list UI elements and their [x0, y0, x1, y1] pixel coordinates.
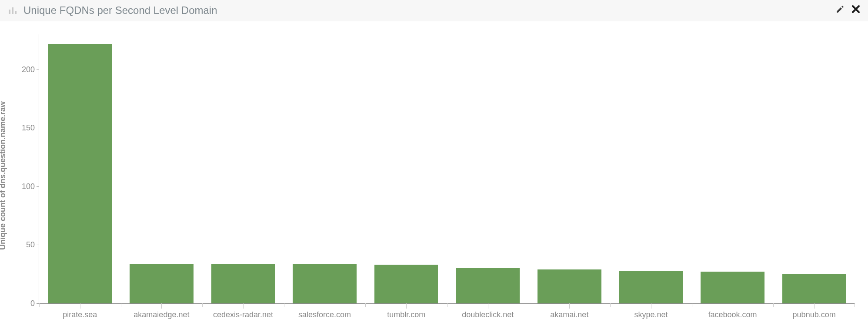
y-tick-mark: [37, 186, 39, 187]
svg-rect-1: [12, 7, 13, 14]
pencil-icon[interactable]: [836, 5, 845, 16]
bar[interactable]: [293, 264, 356, 304]
panel-actions: [836, 5, 860, 16]
bar[interactable]: [130, 264, 193, 304]
bar[interactable]: [211, 264, 275, 304]
y-tick-mark: [37, 128, 39, 128]
svg-rect-0: [9, 10, 10, 14]
bar-chart-icon: [8, 6, 18, 15]
bar-slot: facebook.com: [692, 34, 774, 303]
panel-header: Unique FQDNs per Second Level Domain: [0, 0, 868, 21]
bar-slot: doubleclick.net: [447, 34, 529, 303]
bars-container: pirate.seaakamaiedge.netcedexis-radar.ne…: [39, 34, 855, 303]
bar[interactable]: [782, 274, 846, 303]
bar[interactable]: [456, 268, 520, 303]
bar[interactable]: [48, 44, 112, 303]
bar-slot: pubnub.com: [773, 34, 855, 303]
bar-slot: tumblr.com: [365, 34, 447, 303]
y-tick-mark: [37, 303, 39, 304]
svg-rect-2: [15, 11, 17, 14]
plot-region: pirate.seaakamaiedge.netcedexis-radar.ne…: [39, 34, 855, 303]
close-icon[interactable]: [851, 5, 860, 16]
y-tick-mark: [37, 245, 39, 245]
chart-area: Unique count of dns.question.name.raw pi…: [0, 21, 868, 329]
bar-slot: pirate.sea: [39, 34, 121, 303]
y-axis-label: Unique count of dns.question.name.raw: [0, 101, 7, 249]
bar[interactable]: [537, 269, 601, 303]
bar-slot: salesforce.com: [284, 34, 366, 303]
panel-title: Unique FQDNs per Second Level Domain: [23, 4, 836, 17]
bar[interactable]: [374, 265, 438, 303]
y-tick-mark: [37, 70, 39, 70]
visualization-panel: Unique FQDNs per Second Level Domain Uni…: [0, 0, 868, 329]
bar[interactable]: [619, 271, 683, 303]
bar[interactable]: [701, 272, 764, 303]
bar-slot: cedexis-radar.net: [202, 34, 284, 303]
bar-slot: akamaiedge.net: [121, 34, 203, 303]
bar-slot: skype.net: [610, 34, 692, 303]
bar-slot: akamai.net: [529, 34, 611, 303]
